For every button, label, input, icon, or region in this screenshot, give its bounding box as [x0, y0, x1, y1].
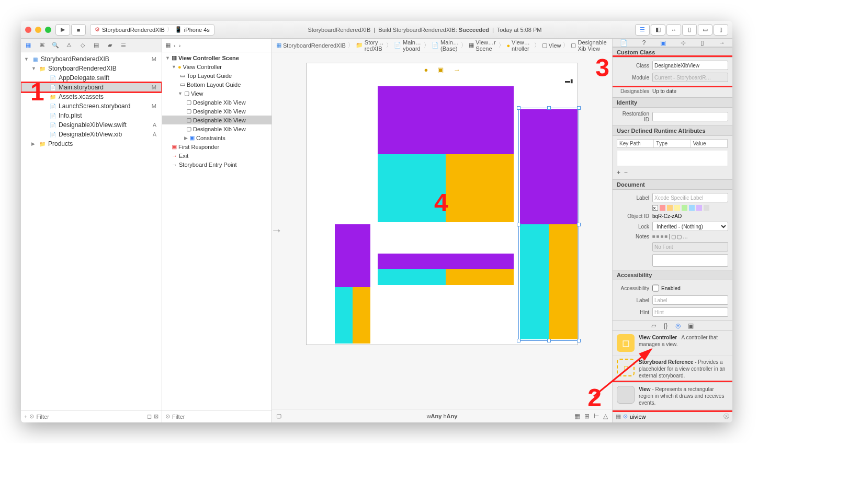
- outline-filter-input[interactable]: [172, 414, 268, 420]
- toggle-util-button[interactable]: ▯: [714, 24, 728, 36]
- doc-label-field[interactable]: [652, 193, 728, 202]
- find-nav-icon[interactable]: 🔍: [51, 41, 60, 50]
- size-inspector-icon[interactable]: ▯: [700, 39, 704, 47]
- add-attr-icon[interactable]: +: [617, 169, 620, 176]
- toggle-nav-button[interactable]: ▯: [682, 24, 697, 36]
- tlg-row[interactable]: ▭Top Layout Guide: [162, 71, 271, 80]
- code-snippet-icon[interactable]: {}: [663, 322, 667, 329]
- entry-point-row[interactable]: →Storyboard Entry Point: [162, 160, 271, 169]
- add-icon[interactable]: +: [24, 414, 27, 420]
- dxv-block-2-orange[interactable]: [353, 287, 370, 343]
- lib-item-view[interactable]: View - Represents a rectangular region i…: [613, 383, 732, 410]
- library-filter-input[interactable]: [630, 414, 721, 420]
- attributes-inspector-icon[interactable]: ⊹: [681, 39, 686, 47]
- scm-icon[interactable]: ⊠: [154, 413, 159, 420]
- media-library-icon[interactable]: ▣: [688, 322, 694, 329]
- size-class-label[interactable]: wAny hAny: [427, 413, 458, 419]
- vc-row[interactable]: ▼ ●View Controller: [162, 62, 271, 71]
- connections-inspector-icon[interactable]: →: [719, 39, 725, 47]
- acc-hint-field[interactable]: [652, 307, 728, 317]
- constraints-row[interactable]: ▶▣Constraints: [162, 133, 271, 142]
- lock-select[interactable]: Inherited - (Nothing): [652, 222, 728, 231]
- color-swatch[interactable]: [696, 205, 702, 211]
- udra-table[interactable]: Key Path Type Value: [617, 139, 728, 148]
- accessibility-enabled-checkbox[interactable]: [652, 283, 659, 293]
- class-field[interactable]: [652, 61, 728, 70]
- acc-label-field[interactable]: [652, 295, 728, 305]
- editor-assistant-button[interactable]: ◧: [651, 24, 665, 36]
- align-right-icon[interactable]: ≡: [661, 234, 664, 239]
- stack-icon[interactable]: ▦: [574, 413, 580, 420]
- breakpt-nav-icon[interactable]: ▰: [106, 41, 114, 50]
- first-responder-row[interactable]: ▣First Responder: [162, 142, 271, 151]
- object-library-icon[interactable]: ◎: [675, 322, 681, 329]
- run-button[interactable]: ▶: [55, 24, 70, 36]
- file-main-storyboard[interactable]: 📄Main.storyboard M: [21, 83, 162, 92]
- close-icon[interactable]: [25, 27, 31, 33]
- test-nav-icon[interactable]: ◇: [78, 41, 87, 50]
- dxv-block-1-orange[interactable]: [446, 154, 514, 222]
- blg-row[interactable]: ▭Bottom Layout Guide: [162, 80, 271, 89]
- file-template-icon[interactable]: ▱: [651, 322, 656, 329]
- forward-icon[interactable]: ›: [179, 42, 181, 49]
- dxv-row-2[interactable]: ▢Designable Xib View: [162, 107, 271, 116]
- notes-field[interactable]: [652, 254, 728, 267]
- identity-inspector-icon[interactable]: ▣: [660, 39, 666, 47]
- resolve-icon[interactable]: △: [603, 413, 608, 420]
- file-inspector-icon[interactable]: 📄: [620, 39, 628, 47]
- products-folder[interactable]: ▶📁Products: [21, 139, 162, 148]
- dxv-row-4[interactable]: ▢Designable Xib View: [162, 124, 271, 133]
- lib-item-view-controller[interactable]: ◻ View Controller - A controller that ma…: [613, 331, 732, 356]
- project-nav-icon[interactable]: ▦: [24, 41, 32, 50]
- dxv-block-2-cyan[interactable]: [335, 287, 353, 343]
- file-dxv-swift[interactable]: 📄DesignableXibView.swift A: [21, 120, 162, 130]
- group-folder[interactable]: ▼📁 StoryboardRenderedXIB: [21, 64, 162, 73]
- issue-nav-icon[interactable]: ⚠: [65, 41, 73, 50]
- module-field[interactable]: [652, 73, 728, 82]
- stop-button[interactable]: ■: [71, 24, 86, 36]
- device-frame[interactable]: ● ▣ → ▬▮: [306, 63, 578, 345]
- file-tree[interactable]: ▼▦ StoryboardRenderedXIB M ▼📁 Storyboard…: [21, 52, 162, 410]
- color-swatch[interactable]: [682, 205, 687, 211]
- zoom-icon[interactable]: [45, 27, 51, 33]
- italic-icon[interactable]: ▢: [677, 234, 682, 239]
- file-infoplist[interactable]: 📄Info.plist: [21, 111, 162, 120]
- dxv-block-3-cyan[interactable]: [378, 269, 446, 285]
- file-appdelegate[interactable]: 📄AppDelegate.swift: [21, 73, 162, 83]
- file-dxv-xib[interactable]: 📄DesignableXibView.xib A: [21, 130, 162, 139]
- symbol-nav-icon[interactable]: ⌘: [38, 41, 46, 50]
- scene-dock[interactable]: ● ▣ →: [307, 63, 578, 76]
- exit-row[interactable]: →Exit: [162, 151, 271, 160]
- color-swatch[interactable]: [667, 205, 673, 211]
- align-center-icon[interactable]: ≡: [657, 234, 660, 239]
- scheme-selector[interactable]: ⚙ StoryboardRenderedXIB 〉 📱 iPhone 4s: [90, 24, 214, 36]
- outline-tree[interactable]: ▼▦ View Controller Scene ▼ ●View Control…: [162, 52, 271, 410]
- editor-standard-button[interactable]: ☰: [635, 24, 650, 36]
- recent-icon[interactable]: ◻: [147, 413, 152, 420]
- color-swatch[interactable]: [689, 205, 695, 211]
- ib-canvas[interactable]: → ● ▣ → ▬▮: [272, 52, 612, 409]
- file-assets[interactable]: 📁Assets.xcassets: [21, 92, 162, 101]
- align-left-icon[interactable]: ≡: [652, 234, 655, 239]
- grid-view-icon[interactable]: ▦: [616, 413, 621, 420]
- dxv-block-1-purple[interactable]: [378, 86, 514, 154]
- project-root[interactable]: ▼▦ StoryboardRenderedXIB M: [21, 54, 162, 64]
- pin-icon[interactable]: ⊢: [594, 413, 599, 420]
- file-launchscreen[interactable]: 📄LaunchScreen.storyboard M: [21, 101, 162, 111]
- color-swatch[interactable]: [660, 205, 665, 211]
- minimize-icon[interactable]: [35, 27, 41, 33]
- report-nav-icon[interactable]: ☰: [119, 41, 128, 50]
- outline-toggle-icon[interactable]: ▢: [276, 413, 281, 419]
- clear-filter-icon[interactable]: ⓧ: [723, 413, 729, 420]
- exit-dock-icon[interactable]: →: [453, 66, 460, 74]
- restoration-id-field[interactable]: [652, 112, 728, 121]
- more-format-icon[interactable]: …: [683, 234, 688, 239]
- toggle-debug-button[interactable]: ▭: [698, 24, 712, 36]
- scene-row[interactable]: ▼▦ View Controller Scene: [162, 53, 271, 62]
- remove-attr-icon[interactable]: −: [624, 169, 628, 176]
- fr-dock-icon[interactable]: ▣: [437, 66, 444, 74]
- expand-arrow-icon[interactable]: →: [271, 224, 282, 237]
- align-justify-icon[interactable]: ≡: [665, 234, 668, 239]
- back-icon[interactable]: ‹: [174, 42, 176, 49]
- related-icon[interactable]: ▦: [165, 42, 171, 49]
